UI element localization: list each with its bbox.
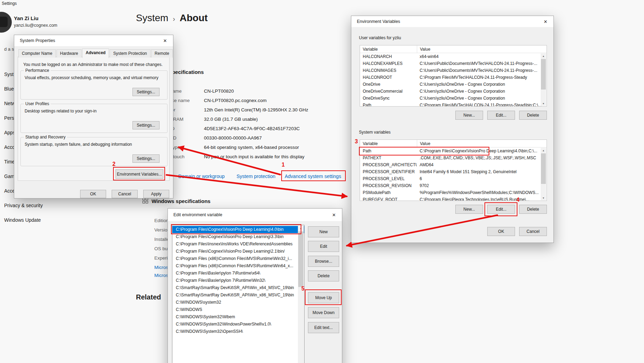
new-button[interactable]: New <box>308 226 339 237</box>
close-icon[interactable]: ✕ <box>326 209 342 221</box>
variable-name: PROCESSOR_IDENTIFIER <box>360 168 417 175</box>
new-button[interactable]: New... <box>455 205 483 214</box>
list-item[interactable]: C:\WINDOWS\System32\OpenSSH\ <box>172 328 304 335</box>
dialog-titlebar: System Properties <box>14 35 173 46</box>
sidebar-item[interactable]: Privacy & security <box>4 203 43 217</box>
spec-row: System type64-bit operating system, x64-… <box>154 145 362 154</box>
list-item[interactable]: C:\Program Files\Basler\pylon 7\Runtime\… <box>172 277 304 284</box>
move-up-button[interactable]: Move Up <box>308 292 339 303</box>
cancel-button[interactable]: Cancel <box>112 190 138 198</box>
edit-button[interactable]: Edit <box>308 241 339 252</box>
table-row[interactable]: OneDriveCommercialC:\Users\yzliu\OneDriv… <box>360 88 547 95</box>
table-row[interactable]: PSModulePath%ProgramFiles%\WindowsPowerS… <box>360 189 547 196</box>
column-header[interactable]: Variable <box>360 45 417 53</box>
list-item[interactable]: C:\WINDOWS <box>172 306 304 313</box>
list-item[interactable]: C:\WINDOWS\system32 <box>172 299 304 306</box>
variable-value: %ProgramFiles%\WindowsPowerShell\Modules… <box>417 189 547 196</box>
table-row[interactable]: PathC:\Program Files\MVTec\HALCON-24.11-… <box>360 102 547 107</box>
annotation-number-1: 1 <box>282 162 285 168</box>
edit-button[interactable]: Edit... <box>487 111 515 120</box>
tab-hardware[interactable]: Hardware <box>57 49 81 58</box>
list-item[interactable]: C:\WINDOWS\System32\WindowsPowerShell\v1… <box>172 321 304 328</box>
list-item[interactable]: C:\Program Files\Cognex\VisionPro Deep L… <box>172 233 304 240</box>
list-item[interactable]: C:\WINDOWS\System32\Wbem <box>172 313 304 321</box>
settings-button[interactable]: Settings... <box>132 154 160 163</box>
settings-button[interactable]: Settings... <box>132 121 160 129</box>
edit-text-button[interactable]: Edit text... <box>308 322 339 333</box>
delete-button[interactable]: Delete <box>519 205 547 214</box>
spec-value: CN-LPT00820.pc.cognex.com <box>204 98 267 103</box>
table-row[interactable]: PROCESSOR_IDENTIFIERIntel64 Family 6 Mod… <box>360 168 547 175</box>
sidebar-item[interactable]: Windows Update <box>4 217 43 232</box>
close-icon[interactable]: ✕ <box>157 35 173 46</box>
about-link[interactable]: Domain or workgroup <box>178 174 225 179</box>
column-header[interactable]: Variable <box>360 140 417 147</box>
list-item[interactable]: C:\Program Files (x86)\Common Files\MVS\… <box>172 255 304 262</box>
table-row[interactable]: PROCESSOR_REVISION9702 <box>360 182 547 189</box>
user-name: Yan Zi Liu <box>14 15 38 21</box>
list-item[interactable]: C:\Program Files\Basler\pylon 7\Runtime\… <box>172 270 304 277</box>
browse-button[interactable]: Browse... <box>308 256 339 267</box>
column-header[interactable]: Value <box>417 140 547 147</box>
tab-remote[interactable]: Remote <box>151 49 173 58</box>
list-item[interactable]: C:\SmartRay\SmartRay DevKit\SR_API\Win_x… <box>172 292 304 299</box>
ok-button[interactable]: OK <box>487 227 515 236</box>
close-icon[interactable]: ✕ <box>538 16 553 27</box>
scrollbar[interactable]: ▲ <box>298 226 304 363</box>
edit-button[interactable]: Edit... <box>487 205 515 214</box>
table-row[interactable]: PROCESSOR_ARCHITECTU...AMD64 <box>360 161 547 168</box>
table-row[interactable]: PATHEXT.COM;.EXE;.BAT;.CMD;.VBS;.VBE;.JS… <box>360 154 547 161</box>
delete-button[interactable]: Delete <box>519 111 547 120</box>
scroll-up-icon[interactable]: ▲ <box>541 53 546 58</box>
list-item[interactable]: C:\Program Files\Insnex\InsWorks VDE\Ref… <box>172 240 304 248</box>
group-performance: PerformanceVisual effects, processor sch… <box>20 70 168 100</box>
variable-name: PATHEXT <box>360 154 417 161</box>
table-row[interactable]: HALCONROOTC:\Program Files\MVTec\HALCON-… <box>360 74 547 81</box>
scrollbar[interactable]: ▲▼ <box>541 53 546 106</box>
breadcrumb-parent[interactable]: System <box>136 12 168 24</box>
ok-button[interactable]: OK <box>80 190 106 198</box>
table-header: VariableValue <box>360 140 547 147</box>
move-down-button[interactable]: Move Down <box>308 307 339 318</box>
table-row[interactable]: OneDriveC:\Users\yzliu\OneDrive - Cognex… <box>360 81 547 88</box>
scroll-up-icon[interactable]: ▲ <box>541 148 546 153</box>
delete-button[interactable]: Delete <box>308 270 339 281</box>
tab-advanced[interactable]: Advanced <box>82 49 109 58</box>
scroll-down-icon[interactable]: ▼ <box>541 101 546 106</box>
table-row[interactable]: OneDriveSyncC:\Users\yzliu\OneDrive - Co… <box>360 95 547 102</box>
scrollbar-thumb[interactable] <box>298 231 303 287</box>
variable-value: C:\Program Files\MVTec\HALCON-24.11-Prog… <box>417 102 547 107</box>
table-row[interactable]: PathC:\Program Files\Cognex\VisionPro De… <box>360 147 547 154</box>
group-description: Visual effects, processor scheduling, me… <box>25 75 162 80</box>
list-item[interactable]: C:\Program Files (x86)\Common Files\MVS\… <box>172 262 304 270</box>
tab-system-protection[interactable]: System Protection <box>110 49 150 58</box>
column-header[interactable]: Value <box>417 45 547 53</box>
apply-button[interactable]: Apply <box>143 190 169 198</box>
variable-value: C:\Users\yzliu\OneDrive - Cognex Corpora… <box>417 95 547 102</box>
avatar <box>0 12 12 33</box>
list-item[interactable]: C:\Program Files\Cognex\VisionPro Deep L… <box>172 226 304 233</box>
scroll-up-icon[interactable]: ▲ <box>298 226 304 231</box>
variables-table: VariableValuePathC:\Program Files\Cognex… <box>360 140 547 201</box>
table-row[interactable]: PROCESSOR_LEVEL6 <box>360 175 547 182</box>
section-label: User variables for yzliu <box>359 35 401 40</box>
scrollbar[interactable]: ▲▼ <box>541 148 546 200</box>
settings-button[interactable]: Settings... <box>132 88 160 96</box>
dialog-title: Environment Variables <box>357 19 400 24</box>
list-item[interactable]: C:\Program Files\Cognex\VisionPro Deep L… <box>172 248 304 255</box>
environment-variables-button[interactable]: Environment Variables... <box>115 169 163 179</box>
spec-value: 4D5E13F2-AF63-4C7A-9F0C-4B2451F7203C <box>204 126 300 131</box>
table-row[interactable]: HALCONARCHx64-win64 <box>360 53 547 60</box>
about-link[interactable]: Advanced system settings <box>285 174 341 179</box>
tab-computer-name[interactable]: Computer Name <box>18 49 56 58</box>
scrollbar-thumb[interactable] <box>541 59 546 90</box>
scrollbar-thumb[interactable] <box>541 153 546 184</box>
about-link[interactable]: System protection <box>237 174 275 179</box>
cancel-button[interactable]: Cancel <box>519 227 547 236</box>
scroll-down-icon[interactable]: ▼ <box>541 195 546 200</box>
new-button[interactable]: New... <box>455 111 483 120</box>
table-row[interactable]: HALCONIMAGESC:\Users\Public\Documents\MV… <box>360 67 547 74</box>
annotation-number-4: 4 <box>516 197 520 203</box>
table-row[interactable]: HALCONEXAMPLESC:\Users\Public\Documents\… <box>360 60 547 67</box>
list-item[interactable]: C:\SmartRay\SmartRay DevKit\SR_API\Win_x… <box>172 284 304 292</box>
